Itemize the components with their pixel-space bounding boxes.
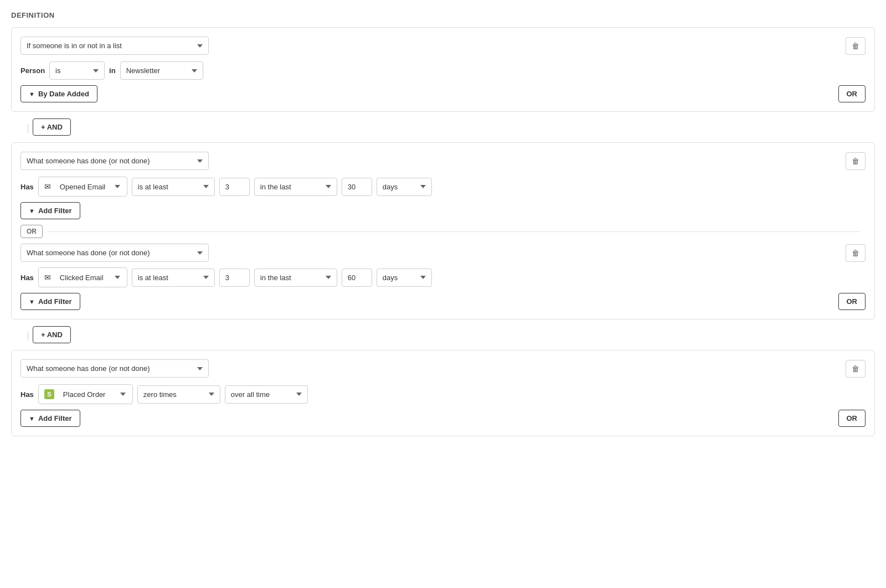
trash-icon-4 — [852, 365, 859, 373]
group3-condition-select[interactable]: What someone has done (or not done) If s… — [20, 359, 209, 378]
and1-button[interactable]: + AND — [33, 118, 71, 136]
group2b-delete-button[interactable] — [846, 244, 866, 262]
group3-delete-button[interactable] — [846, 360, 866, 378]
filter-icon — [29, 90, 35, 98]
person-is-select[interactable]: is is not — [49, 61, 105, 80]
group2-delete-button[interactable] — [846, 152, 866, 170]
condition-group-3: What someone has done (or not done) If s… — [11, 350, 875, 436]
opened-time-unit-select[interactable]: days weeks months — [377, 178, 432, 196]
group2-filter2-label: Add Filter — [38, 297, 72, 306]
placed-order-condition-select[interactable]: zero times at least once exactly is at l… — [137, 385, 220, 404]
group3-filter-button[interactable]: Add Filter — [20, 410, 80, 427]
group2b-condition-select[interactable]: What someone has done (or not done) If s… — [20, 244, 209, 262]
filter-icon-4 — [29, 414, 35, 422]
opened-time-value-input[interactable] — [342, 178, 372, 196]
group2-or-button[interactable]: OR — [838, 293, 866, 310]
clicked-time-value-input[interactable] — [342, 269, 372, 287]
in-label: in — [109, 66, 116, 75]
condition-group-2: What someone has done (or not done) If s… — [11, 142, 875, 319]
newsletter-select[interactable]: Newsletter VIP Customers Subscribers — [120, 61, 203, 80]
filter-icon-3 — [29, 297, 35, 306]
group2-add-filter-2-button[interactable]: Add Filter — [20, 293, 80, 310]
placed-order-time-select[interactable]: over all time in the last before after — [225, 385, 308, 404]
and2-button[interactable]: + AND — [33, 326, 71, 343]
group1-condition-select[interactable]: If someone is in or not in a list What s… — [20, 37, 209, 55]
clicked-count-input[interactable] — [219, 269, 250, 287]
opened-time-condition-select[interactable]: in the last over all time before after — [254, 178, 337, 196]
group2-filter1-label: Add Filter — [38, 207, 72, 215]
group1-delete-button[interactable] — [846, 37, 866, 55]
opened-condition-select[interactable]: is at least is exactly zero times at mos… — [132, 178, 215, 196]
shopify-icon: S — [44, 389, 54, 399]
placed-order-select[interactable]: Placed Order Cancelled Order Fulfilled O… — [58, 386, 127, 403]
group2-condition-select[interactable]: What someone has done (or not done) If s… — [20, 152, 209, 170]
clicked-time-condition-select[interactable]: in the last over all time before after — [254, 269, 337, 287]
group3-filter-label: Add Filter — [38, 414, 72, 422]
email-icon-2: ✉ — [44, 273, 51, 282]
has-label-3: Has — [20, 390, 34, 399]
trash-icon — [852, 42, 859, 50]
group2-add-filter-1-button[interactable]: Add Filter — [20, 202, 80, 219]
has-label-1: Has — [20, 183, 34, 191]
clicked-condition-select[interactable]: is at least is exactly zero times at mos… — [132, 269, 215, 287]
page-title: Definition — [11, 11, 875, 19]
filter-icon-2 — [29, 207, 35, 215]
clicked-time-unit-select[interactable]: days weeks months — [377, 269, 432, 287]
clicked-email-select[interactable]: Clicked Email Opened Email Received Emai… — [54, 269, 121, 286]
group1-filter-button[interactable]: By Date Added — [20, 85, 97, 102]
placed-order-select-wrapper[interactable]: S Placed Order Cancelled Order Fulfilled… — [38, 384, 133, 404]
email-icon-1: ✉ — [44, 182, 51, 191]
clicked-email-select-wrapper[interactable]: ✉ Clicked Email Opened Email Received Em… — [38, 267, 127, 287]
has-label-2: Has — [20, 274, 34, 282]
or-badge-1: OR — [20, 225, 43, 238]
trash-icon-3 — [852, 249, 859, 257]
group3-or-button[interactable]: OR — [838, 410, 866, 427]
group1-or-button[interactable]: OR — [838, 85, 866, 102]
person-label: Person — [20, 66, 45, 75]
opened-email-select[interactable]: Opened Email Clicked Email Received Emai… — [54, 178, 121, 195]
trash-icon-2 — [852, 157, 859, 166]
group1-filter-label: By Date Added — [38, 90, 89, 98]
condition-group-1: If someone is in or not in a list What s… — [11, 27, 875, 112]
opened-email-select-wrapper[interactable]: ✉ Opened Email Clicked Email Received Em… — [38, 177, 127, 197]
opened-count-input[interactable] — [219, 178, 250, 196]
